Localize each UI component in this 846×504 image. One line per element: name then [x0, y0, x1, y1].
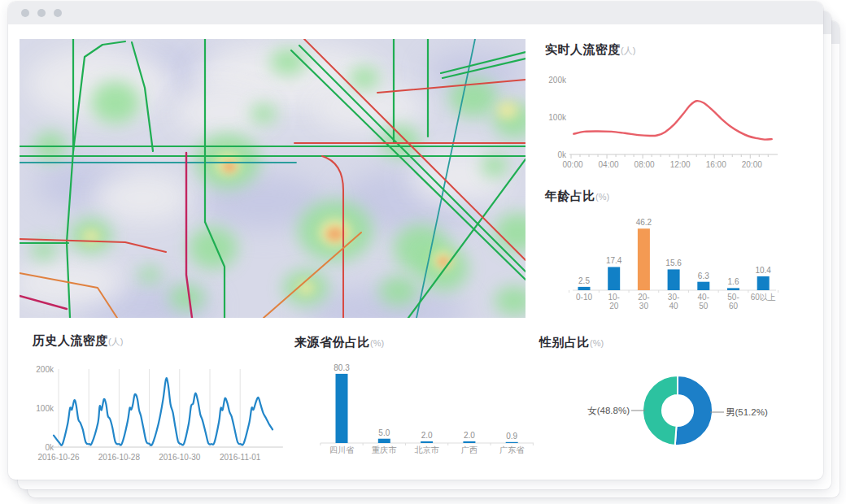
svg-text:2016-10-30: 2016-10-30 [159, 453, 201, 462]
svg-text:20: 20 [609, 302, 619, 311]
svg-text:200k: 200k [548, 76, 567, 85]
svg-text:男(51.2%): 男(51.2%) [726, 407, 768, 417]
svg-text:重庆市: 重庆市 [371, 445, 397, 454]
svg-text:0k: 0k [45, 443, 55, 452]
svg-text:广西: 广西 [461, 445, 478, 454]
province-ratio-chart: 80.3四川省5.0重庆市2.0北京市2.0广西0.9广东省 [299, 364, 547, 468]
gender-ratio-panel: 性别占比(%) [539, 335, 604, 350]
history-density-panel: 历史人流密度(人) [33, 333, 123, 349]
svg-text:0.9: 0.9 [506, 432, 517, 441]
svg-text:100k: 100k [548, 113, 567, 122]
age-ratio-title: 年龄占比(%) [545, 189, 609, 204]
svg-text:08:00: 08:00 [634, 160, 655, 169]
history-density-chart: 0k100k200k2016-10-262016-10-282016-10-30… [24, 363, 296, 468]
svg-text:2.0: 2.0 [464, 431, 475, 440]
svg-text:30-: 30- [668, 293, 679, 302]
svg-text:40-: 40- [698, 293, 709, 302]
age-ratio-unit: (%) [595, 192, 609, 202]
svg-text:17.4: 17.4 [606, 256, 622, 265]
gender-ratio-unit: (%) [590, 338, 604, 348]
history-density-title: 历史人流密度(人) [33, 333, 123, 349]
svg-text:四川省: 四川省 [329, 445, 355, 454]
svg-text:6.3: 6.3 [698, 272, 709, 280]
browser-window: 实时人流密度(人) 0k100k200k00:0004:0008:0012:00… [8, 2, 823, 480]
heatmap-canvas[interactable] [20, 39, 525, 318]
svg-text:15.6: 15.6 [665, 259, 682, 267]
svg-text:200k: 200k [36, 365, 55, 374]
svg-text:2.0: 2.0 [421, 431, 433, 440]
svg-text:60以上: 60以上 [751, 293, 776, 302]
svg-text:0-10: 0-10 [576, 293, 592, 302]
svg-text:女(48.8%): 女(48.8%) [587, 406, 630, 415]
window-titlebar [8, 2, 823, 24]
svg-text:2016-11-01: 2016-11-01 [220, 453, 261, 462]
svg-text:00:00: 00:00 [562, 160, 582, 169]
svg-text:30: 30 [639, 302, 649, 311]
realtime-density-unit: (人) [621, 46, 635, 55]
province-ratio-unit: (%) [370, 338, 384, 348]
window-control-dot-3[interactable] [54, 9, 62, 17]
svg-text:2.5: 2.5 [578, 276, 590, 285]
svg-text:广东省: 广东省 [499, 445, 525, 454]
gender-ratio-title: 性别占比(%) [539, 335, 604, 350]
province-ratio-title: 来源省份占比(%) [294, 335, 384, 350]
svg-text:1.6: 1.6 [728, 277, 739, 286]
svg-text:12:00: 12:00 [670, 160, 691, 169]
svg-text:60: 60 [729, 302, 739, 311]
window-control-dot-2[interactable] [37, 9, 46, 17]
realtime-density-title: 实时人流密度(人) [545, 42, 635, 58]
svg-text:16:00: 16:00 [706, 160, 726, 169]
svg-text:2016-10-28: 2016-10-28 [98, 453, 141, 462]
history-density-unit: (人) [108, 337, 123, 346]
realtime-density-panel: 实时人流密度(人) [545, 42, 635, 58]
svg-text:20:00: 20:00 [742, 160, 762, 169]
svg-text:04:00: 04:00 [599, 160, 619, 169]
age-ratio-chart: 2.50-1017.410-2046.220-3015.630-406.340-… [543, 207, 781, 315]
window-control-dot-1[interactable] [21, 9, 29, 17]
svg-text:40: 40 [669, 302, 679, 311]
svg-text:46.2: 46.2 [636, 218, 652, 227]
province-ratio-panel: 来源省份占比(%) [294, 335, 384, 350]
svg-text:50: 50 [699, 302, 709, 311]
svg-text:北京市: 北京市 [415, 445, 440, 454]
svg-text:2016-10-26: 2016-10-26 [37, 453, 80, 462]
svg-text:20-: 20- [638, 293, 649, 302]
svg-text:50-: 50- [727, 293, 739, 302]
svg-text:80.3: 80.3 [334, 364, 350, 372]
age-ratio-panel: 年龄占比(%) [545, 189, 609, 204]
svg-text:10.4: 10.4 [755, 266, 771, 275]
svg-text:0k: 0k [557, 150, 567, 159]
svg-text:10-: 10- [608, 293, 619, 302]
svg-text:5.0: 5.0 [378, 428, 390, 437]
gender-ratio-chart: 男(51.2%)女(48.8%) [561, 364, 809, 465]
city-heatmap-map[interactable] [20, 39, 525, 318]
svg-text:100k: 100k [36, 404, 55, 413]
realtime-density-chart: 0k100k200k00:0004:0008:0012:0016:0020:00 [543, 70, 781, 174]
